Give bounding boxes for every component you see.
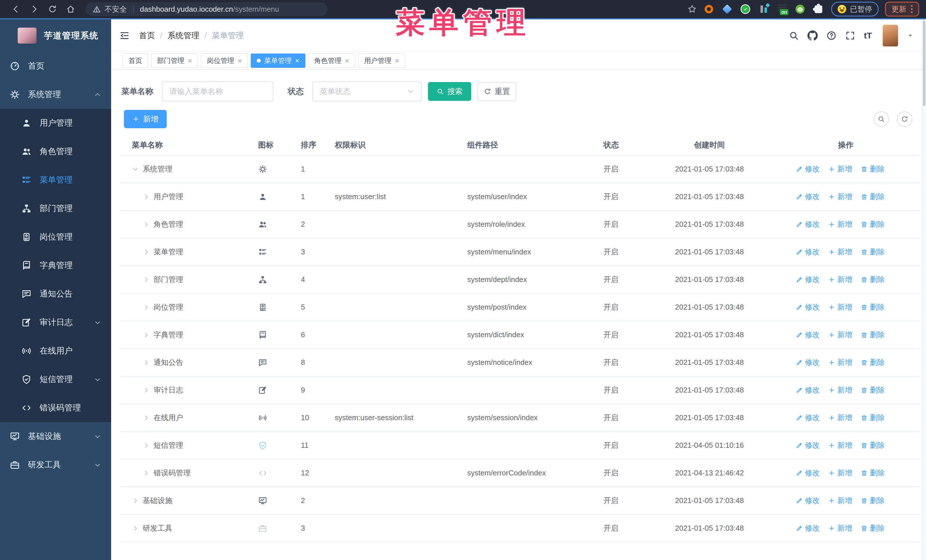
edit-link[interactable]: 修改 (796, 275, 820, 285)
edit-link[interactable]: 修改 (796, 413, 820, 423)
sidebar-item-shield[interactable]: 短信管理 (0, 365, 111, 394)
extension-cyan-bars[interactable] (758, 4, 769, 15)
tab-item[interactable]: 首页 (123, 54, 148, 68)
sidebar-item-menu[interactable]: 菜单管理 (0, 166, 111, 194)
sidebar-item-notice[interactable]: 通知公告 (0, 280, 111, 308)
sidebar-item-tree[interactable]: 部门管理 (0, 194, 111, 223)
expand-row-icon[interactable] (143, 193, 150, 200)
tab-item[interactable]: 用户管理× (358, 54, 405, 68)
kebab-menu-icon[interactable] (911, 5, 912, 13)
extension-puzzle[interactable] (813, 4, 824, 15)
delete-link[interactable]: 删除 (861, 302, 885, 312)
delete-link[interactable]: 删除 (861, 219, 885, 229)
expand-row-icon[interactable] (132, 525, 139, 532)
sidebar-item-toolbox[interactable]: 研发工具 (0, 451, 111, 479)
bookmark-star-icon[interactable] (687, 4, 697, 14)
add-link[interactable]: 新增 (828, 468, 852, 478)
edit-link[interactable]: 修改 (796, 219, 820, 229)
delete-link[interactable]: 删除 (861, 385, 885, 395)
expand-row-icon[interactable] (143, 332, 150, 338)
add-link[interactable]: 新增 (828, 496, 852, 506)
collapse-row-icon[interactable] (132, 166, 139, 173)
search-icon[interactable] (789, 30, 799, 41)
font-size-icon[interactable]: tT (864, 30, 874, 41)
delete-link[interactable]: 删除 (861, 440, 885, 450)
expand-row-icon[interactable] (143, 387, 150, 394)
paused-extension-pill[interactable]: 已暂停 (831, 2, 879, 17)
add-link[interactable]: 新增 (828, 302, 852, 312)
sidebar-item-users[interactable]: 角色管理 (0, 137, 111, 166)
delete-link[interactable]: 删除 (861, 275, 885, 285)
breadcrumb-item[interactable]: 首页 (139, 30, 155, 41)
delete-link[interactable]: 删除 (861, 164, 885, 174)
reset-button[interactable]: 重置 (478, 82, 516, 101)
edit-link[interactable]: 修改 (796, 330, 820, 340)
toggle-search-button[interactable] (873, 112, 889, 127)
sidebar-logo[interactable]: 芋道管理系统 (0, 20, 111, 52)
delete-link[interactable]: 删除 (861, 523, 885, 533)
extension-orange-ring[interactable] (704, 4, 714, 15)
tab-item[interactable]: 角色管理× (308, 54, 355, 68)
tab-item[interactable]: 菜单管理× (251, 54, 305, 68)
sidebar-item-log[interactable]: 审计日志 (0, 308, 111, 337)
add-link[interactable]: 新增 (828, 192, 852, 202)
github-icon[interactable] (808, 30, 818, 41)
edit-link[interactable]: 修改 (796, 247, 820, 257)
delete-link[interactable]: 删除 (861, 413, 885, 423)
menu-name-input[interactable]: 请输入菜单名称 (162, 82, 274, 101)
delete-link[interactable]: 删除 (861, 496, 885, 506)
refresh-table-button[interactable] (897, 112, 912, 127)
sidebar-item-monitor[interactable]: 基础设施 (0, 422, 111, 451)
add-link[interactable]: 新增 (828, 164, 852, 174)
expand-row-icon[interactable] (143, 470, 150, 477)
delete-link[interactable]: 删除 (861, 247, 885, 257)
hamburger-icon[interactable] (119, 30, 130, 41)
close-icon[interactable]: × (295, 57, 299, 64)
edit-link[interactable]: 修改 (796, 385, 820, 395)
add-button[interactable]: 新增 (124, 110, 167, 128)
add-link[interactable]: 新增 (828, 440, 852, 450)
delete-link[interactable]: 删除 (861, 358, 885, 367)
extension-green-check[interactable] (740, 4, 751, 15)
scrollbar-thumb[interactable] (923, 21, 925, 106)
close-icon[interactable]: × (395, 57, 399, 64)
add-link[interactable]: 新增 (828, 358, 852, 367)
extension-blue-gem[interactable] (722, 4, 732, 15)
extension-on-badge[interactable]: on (776, 4, 787, 15)
tab-item[interactable]: 岗位管理× (201, 54, 248, 68)
help-icon[interactable] (826, 30, 837, 41)
edit-link[interactable]: 修改 (796, 164, 820, 174)
add-link[interactable]: 新增 (828, 413, 852, 423)
close-icon[interactable]: × (345, 57, 349, 64)
close-icon[interactable]: × (188, 57, 192, 64)
edit-link[interactable]: 修改 (796, 523, 820, 533)
edit-link[interactable]: 修改 (796, 302, 820, 312)
status-select[interactable]: 菜单状态 (312, 82, 422, 101)
expand-row-icon[interactable] (143, 276, 150, 283)
add-link[interactable]: 新增 (828, 275, 852, 285)
edit-link[interactable]: 修改 (796, 440, 820, 450)
sidebar-item-dict[interactable]: 字典管理 (0, 251, 111, 280)
expand-row-icon[interactable] (143, 249, 150, 255)
home-icon[interactable] (66, 5, 75, 14)
add-link[interactable]: 新增 (828, 247, 852, 257)
close-icon[interactable]: × (238, 57, 242, 64)
delete-link[interactable]: 删除 (861, 330, 885, 340)
edit-link[interactable]: 修改 (796, 358, 820, 367)
fullscreen-icon[interactable] (845, 30, 855, 41)
user-avatar[interactable] (883, 25, 898, 47)
add-link[interactable]: 新增 (828, 523, 852, 533)
forward-icon[interactable] (30, 5, 39, 14)
chevron-down-icon[interactable] (906, 32, 914, 39)
delete-link[interactable]: 删除 (861, 192, 885, 202)
search-button[interactable]: 搜索 (428, 82, 471, 101)
sidebar-item-post[interactable]: 岗位管理 (0, 223, 111, 251)
sidebar-item-user[interactable]: 用户管理 (0, 109, 111, 137)
back-icon[interactable] (11, 5, 21, 14)
browser-update-button[interactable]: 更新 (885, 2, 919, 17)
expand-row-icon[interactable] (143, 304, 150, 311)
expand-row-icon[interactable] (143, 359, 150, 366)
edit-link[interactable]: 修改 (796, 496, 820, 506)
expand-row-icon[interactable] (132, 497, 139, 504)
delete-link[interactable]: 删除 (861, 468, 885, 478)
